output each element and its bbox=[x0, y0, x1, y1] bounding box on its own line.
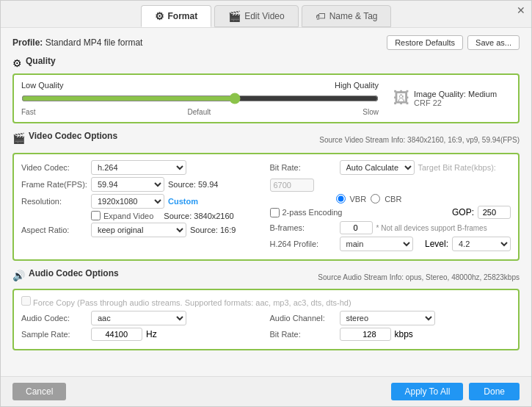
quality-section-icon: ⚙ bbox=[12, 57, 22, 69]
tab-bar: ⚙ Format 🎬 Edit Video 🏷 Name & Tag bbox=[1, 1, 531, 28]
audio-bit-rate-label: Bit Rate: bbox=[270, 330, 336, 339]
fast-label: Fast bbox=[21, 108, 35, 116]
codec-left-col: Video Codec: h.264 Frame Rate(FPS): 59.9… bbox=[21, 160, 263, 253]
audio-channel-select[interactable]: stereo bbox=[340, 311, 435, 325]
done-button[interactable]: Done bbox=[469, 383, 520, 400]
bit-rate-select[interactable]: Auto Calculate bbox=[340, 160, 415, 175]
bframes-input[interactable] bbox=[340, 221, 373, 234]
two-pass-row: 2-pass Encoding GOP: bbox=[270, 206, 511, 219]
audio-channel-label: Audio Channel: bbox=[270, 314, 336, 323]
audio-bit-rate-input[interactable] bbox=[340, 328, 391, 341]
edit-video-icon: 🎬 bbox=[228, 10, 241, 22]
radio-group: VBR CBR bbox=[336, 194, 402, 204]
low-quality-label: Low Quality bbox=[21, 81, 63, 90]
level-label: Level: bbox=[425, 239, 448, 249]
tab-name-tag[interactable]: 🏷 Name & Tag bbox=[302, 5, 392, 27]
video-source-info: Source Video Stream Info: 3840x2160, 16:… bbox=[319, 136, 520, 144]
resolution-label: Resolution: bbox=[21, 197, 87, 206]
resolution-row: Resolution: 1920x1080 Custom bbox=[21, 194, 263, 209]
expand-video-label: Expand Video bbox=[103, 212, 153, 220]
video-codec-row: Video Codec: h.264 bbox=[21, 160, 263, 175]
video-codec-header: 🎬 Video Codec Options Source Video Strea… bbox=[12, 131, 520, 148]
default-label: Default bbox=[188, 108, 211, 116]
resolution-select[interactable]: 1920x1080 bbox=[91, 194, 164, 209]
save-as-button[interactable]: Save as... bbox=[467, 35, 520, 50]
aspect-ratio-label: Aspect Ratio: bbox=[21, 226, 87, 234]
video-codec-title-row: 🎬 Video Codec Options bbox=[12, 131, 117, 145]
cancel-button[interactable]: Cancel bbox=[12, 383, 66, 400]
gop-input[interactable] bbox=[478, 206, 511, 219]
h264-profile-row: H.264 Profile: main Level: 4.2 bbox=[270, 237, 511, 251]
tab-format-label: Format bbox=[168, 11, 198, 21]
audio-bit-rate-row: Bit Rate: kbps bbox=[270, 328, 511, 341]
btn-group: Restore Defaults Save as... bbox=[387, 35, 520, 50]
video-codec-label: Video Codec: bbox=[21, 163, 87, 172]
audio-codec-icon: 🔊 bbox=[12, 270, 25, 281]
codec-grid: Video Codec: h.264 Frame Rate(FPS): 59.9… bbox=[21, 160, 511, 253]
quality-right: 🖼 Image Quality: Medium CRF 22 bbox=[393, 89, 511, 108]
tab-format[interactable]: ⚙ Format bbox=[141, 5, 212, 27]
video-codec-select[interactable]: h.264 bbox=[91, 160, 186, 175]
target-label: Target Bit Rate(kbps): bbox=[418, 163, 496, 172]
audio-codec-select[interactable]: aac bbox=[91, 311, 186, 325]
close-button[interactable]: ✕ bbox=[517, 5, 525, 15]
restore-defaults-button[interactable]: Restore Defaults bbox=[387, 35, 463, 50]
sample-rate-input[interactable] bbox=[91, 328, 142, 341]
main-window: ✕ ⚙ Format 🎬 Edit Video 🏷 Name & Tag Pro… bbox=[0, 0, 532, 407]
expand-video-checkbox[interactable] bbox=[91, 211, 101, 220]
profile-value: Standard MP4 file format bbox=[45, 37, 143, 48]
audio-codec-label: Audio Codec: bbox=[21, 314, 87, 323]
vbr-radio[interactable] bbox=[336, 194, 346, 204]
frame-rate-row: Frame Rate(FPS): 59.94 Source: 59.94 bbox=[21, 177, 263, 192]
vbr-cbr-row: VBR CBR bbox=[336, 194, 511, 204]
aspect-ratio-select[interactable]: keep original bbox=[91, 223, 186, 237]
quality-section-header: ⚙ Quality bbox=[12, 56, 520, 71]
frame-rate-select[interactable]: 59.94 bbox=[91, 177, 164, 192]
bit-rate-row: Bit Rate: Auto Calculate Target Bit Rate… bbox=[270, 160, 511, 192]
footer: Cancel Apply To All Done bbox=[1, 376, 531, 406]
h264-profile-label: H.264 Profile: bbox=[270, 239, 336, 248]
bit-rate-label: Bit Rate: bbox=[270, 163, 336, 172]
video-codec-title: Video Codec Options bbox=[29, 131, 117, 141]
quality-sublabels: Fast Default Slow bbox=[21, 108, 379, 116]
profile-row: Profile: Standard MP4 file format Restor… bbox=[12, 35, 520, 50]
audio-source-info: Source Audio Stream Info: opus, Stereo, … bbox=[318, 273, 520, 281]
profile-label: Profile: bbox=[12, 37, 43, 48]
image-icon: 🖼 bbox=[393, 89, 409, 108]
two-pass-checkbox[interactable] bbox=[270, 208, 280, 217]
audio-bit-rate-unit: kbps bbox=[395, 329, 413, 339]
tab-edit-video[interactable]: 🎬 Edit Video bbox=[214, 5, 299, 27]
sample-rate-label: Sample Rate: bbox=[21, 330, 87, 339]
audio-codec-header: 🔊 Audio Codec Options Source Audio Strea… bbox=[12, 268, 520, 286]
quality-left: Low Quality High Quality Fast Default Sl… bbox=[21, 81, 379, 116]
custom-button[interactable]: Custom bbox=[168, 197, 198, 206]
quality-slider[interactable] bbox=[21, 93, 379, 104]
crf-value: 22 bbox=[433, 98, 442, 107]
cbr-label: CBR bbox=[385, 195, 401, 204]
sample-rate-unit: Hz bbox=[146, 329, 157, 339]
gop-label: GOP: bbox=[452, 207, 474, 217]
two-pass-label: 2-pass Encoding bbox=[283, 208, 343, 217]
cbr-radio[interactable] bbox=[371, 194, 380, 204]
quality-info-block: Image Quality: Medium CRF 22 bbox=[414, 90, 497, 107]
quality-section: Low Quality High Quality Fast Default Sl… bbox=[12, 73, 520, 123]
aspect-ratio-source: Source: 16:9 bbox=[190, 226, 236, 234]
codec-right-col: Bit Rate: Auto Calculate Target Bit Rate… bbox=[270, 160, 511, 253]
high-quality-label: High Quality bbox=[335, 81, 379, 90]
tab-name-tag-label: Name & Tag bbox=[329, 11, 378, 21]
profile-text: Profile: Standard MP4 file format bbox=[12, 37, 142, 48]
aspect-ratio-row: Aspect Ratio: keep original Source: 16:9 bbox=[21, 223, 263, 237]
apply-to-all-button[interactable]: Apply To All bbox=[391, 383, 463, 400]
force-copy-checkbox bbox=[21, 296, 31, 306]
content-area: Profile: Standard MP4 file format Restor… bbox=[1, 28, 531, 376]
target-input[interactable] bbox=[270, 179, 314, 192]
level-select[interactable]: 4.2 bbox=[452, 237, 511, 251]
expand-video-row: Expand Video Source: 3840x2160 bbox=[91, 211, 263, 220]
crf-label: CRF bbox=[414, 98, 431, 107]
tab-edit-video-label: Edit Video bbox=[244, 11, 285, 21]
bframes-note: * Not all devices support B-frames bbox=[376, 224, 487, 232]
force-copy-text: Force Copy (Pass through audio streams. … bbox=[33, 298, 351, 307]
image-quality-label: Image Quality: Medium bbox=[414, 90, 497, 98]
format-icon: ⚙ bbox=[155, 10, 164, 22]
h264-profile-select[interactable]: main bbox=[340, 237, 413, 251]
